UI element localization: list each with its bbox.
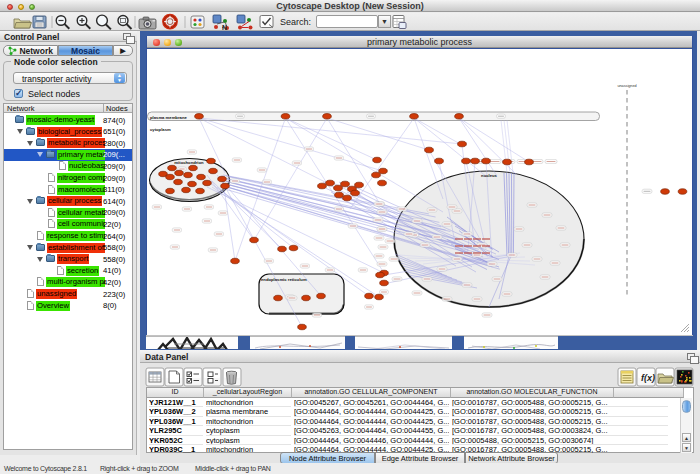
svg-text:plasma membrane: plasma membrane xyxy=(150,115,187,120)
svg-text:N: N xyxy=(222,24,227,31)
svg-text:f(x): f(x) xyxy=(641,373,655,383)
svg-text:unassigned: unassigned xyxy=(617,84,636,88)
svg-text:mitochondrion: mitochondrion xyxy=(174,160,204,165)
svg-text:cytoplasm: cytoplasm xyxy=(150,127,171,132)
svg-text:nucleus: nucleus xyxy=(481,173,497,178)
svg-text:endoplasmic reticulum: endoplasmic reticulum xyxy=(261,277,307,282)
